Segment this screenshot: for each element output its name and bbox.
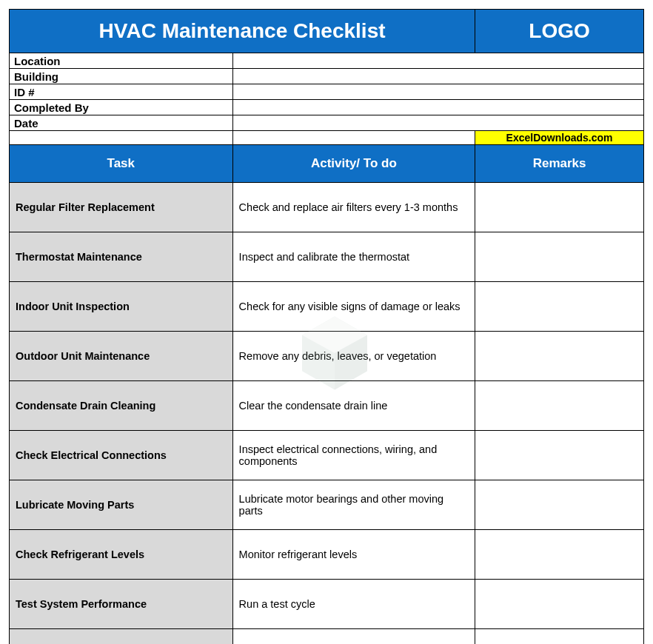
task-activity-cell: Inspect electrical connections, wiring, … [232, 431, 475, 480]
info-value-id[interactable] [232, 84, 643, 100]
info-row-completed-by: Completed By [10, 100, 644, 115]
info-value-building[interactable] [232, 69, 643, 84]
task-name-cell: Condensate Drain Cleaning [10, 381, 233, 431]
table-row: Schedule Professional MaintenanceAnnual … [10, 629, 644, 645]
task-name-cell: Schedule Professional Maintenance [10, 629, 233, 645]
table-row: Outdoor Unit MaintenanceRemove any debri… [10, 332, 644, 381]
info-label-id: ID # [10, 84, 233, 100]
task-name-cell: Regular Filter Replacement [10, 183, 233, 232]
table-row: Indoor Unit InspectionCheck for any visi… [10, 282, 644, 332]
table-row: Lubricate Moving PartsLubricate motor be… [10, 480, 644, 530]
document-title: HVAC Maintenance Checklist [10, 10, 475, 53]
info-label-location: Location [10, 53, 233, 69]
task-remarks-cell[interactable] [475, 480, 644, 530]
task-name-cell: Indoor Unit Inspection [10, 282, 233, 332]
info-row-id: ID # [10, 84, 644, 100]
task-remarks-cell[interactable] [475, 381, 644, 431]
task-name-cell: Thermostat Maintenance [10, 232, 233, 282]
info-row-building: Building [10, 69, 644, 84]
task-activity-cell: Check and replace air filters every 1-3 … [232, 183, 475, 232]
info-value-completed-by[interactable] [232, 100, 643, 115]
column-header-task: Task [10, 145, 233, 183]
info-row-date: Date [10, 115, 644, 131]
info-row-location: Location [10, 53, 644, 69]
spacer-cell [232, 131, 475, 145]
task-activity-cell: Lubricate motor bearings and other movin… [232, 480, 475, 530]
column-header-row: Task Activity/ To do Remarks [10, 145, 644, 183]
info-label-building: Building [10, 69, 233, 84]
logo-placeholder: LOGO [475, 10, 644, 53]
task-remarks-cell[interactable] [475, 232, 644, 282]
task-name-cell: Outdoor Unit Maintenance [10, 332, 233, 381]
task-remarks-cell[interactable] [475, 530, 644, 580]
info-label-date: Date [10, 115, 233, 131]
spacer-cell [10, 131, 233, 145]
task-remarks-cell[interactable] [475, 629, 644, 645]
task-name-cell: Check Refrigerant Levels [10, 530, 233, 580]
task-remarks-cell[interactable] [475, 183, 644, 232]
table-row: Regular Filter ReplacementCheck and repl… [10, 183, 644, 232]
task-remarks-cell[interactable] [475, 580, 644, 629]
task-remarks-cell[interactable] [475, 332, 644, 381]
task-remarks-cell[interactable] [475, 431, 644, 480]
checklist-table: HVAC Maintenance Checklist LOGO Location… [9, 9, 644, 644]
task-activity-cell: Check for any visible signs of damage or… [232, 282, 475, 332]
task-activity-cell: Inspect and calibrate the thermostat [232, 232, 475, 282]
info-value-location[interactable] [232, 53, 643, 69]
task-activity-cell: Clear the condensate drain line [232, 381, 475, 431]
table-row: Test System PerformanceRun a test cycle [10, 580, 644, 629]
attribution-row: ExcelDownloads.com [10, 131, 644, 145]
task-activity-cell: Monitor refrigerant levels [232, 530, 475, 580]
attribution-link[interactable]: ExcelDownloads.com [475, 131, 644, 145]
info-value-date[interactable] [232, 115, 643, 131]
task-name-cell: Check Electrical Connections [10, 431, 233, 480]
task-name-cell: Lubricate Moving Parts [10, 480, 233, 530]
table-row: Thermostat MaintenanceInspect and calibr… [10, 232, 644, 282]
info-label-completed-by: Completed By [10, 100, 233, 115]
task-name-cell: Test System Performance [10, 580, 233, 629]
task-activity-cell: Annual or bi-annual maintenance visits [232, 629, 475, 645]
task-remarks-cell[interactable] [475, 282, 644, 332]
title-row: HVAC Maintenance Checklist LOGO [10, 10, 644, 53]
column-header-activity: Activity/ To do [232, 145, 475, 183]
table-row: Check Electrical ConnectionsInspect elec… [10, 431, 644, 480]
task-activity-cell: Remove any debris, leaves, or vegetation [232, 332, 475, 381]
table-row: Condensate Drain CleaningClear the conde… [10, 381, 644, 431]
task-activity-cell: Run a test cycle [232, 580, 475, 629]
table-row: Check Refrigerant LevelsMonitor refriger… [10, 530, 644, 580]
column-header-remarks: Remarks [475, 145, 644, 183]
